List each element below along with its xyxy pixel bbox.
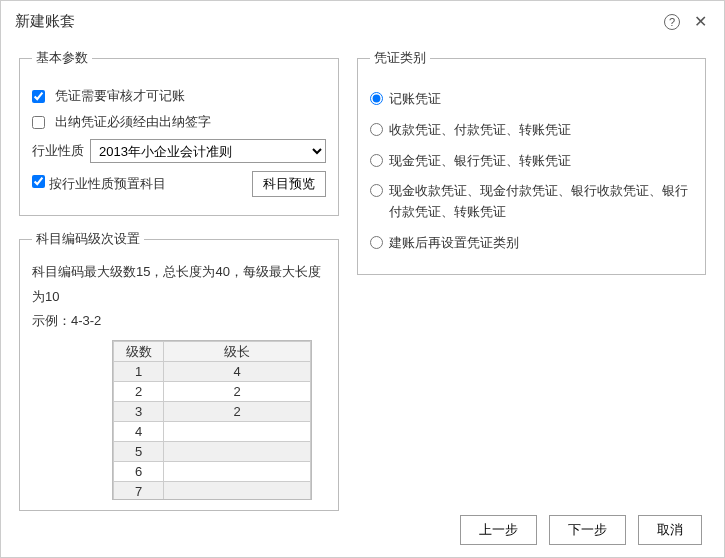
col-length: 级长 xyxy=(164,342,311,362)
dialog-title: 新建账套 xyxy=(15,12,654,31)
table-row: 32 xyxy=(114,402,311,422)
close-icon[interactable]: ✕ xyxy=(690,12,710,31)
preset-checkbox[interactable] xyxy=(32,175,45,188)
voucher-option: 收款凭证、付款凭证、转账凭证 xyxy=(370,120,693,141)
table-row: 22 xyxy=(114,382,311,402)
encode-table: 级数 级长 14223245678 xyxy=(113,341,311,500)
subject-preview-button[interactable]: 科目预览 xyxy=(252,171,326,197)
cashier-checkbox-label[interactable]: 出纳凭证必须经由出纳签字 xyxy=(32,113,211,131)
length-cell[interactable]: 2 xyxy=(164,402,311,422)
table-row: 4 xyxy=(114,422,311,442)
level-cell: 2 xyxy=(114,382,164,402)
preset-checkbox-label[interactable]: 按行业性质预置科目 xyxy=(32,175,166,193)
voucher-option: 记账凭证 xyxy=(370,89,693,110)
encode-legend: 科目编码级次设置 xyxy=(32,230,144,248)
table-row: 7 xyxy=(114,482,311,501)
basic-params-group: 基本参数 凭证需要审核才可记账 出纳凭证必须经由出纳签字 行业性质 xyxy=(19,49,339,216)
dialog-footer: 上一步 下一步 取消 xyxy=(460,515,702,545)
voucher-option: 现金凭证、银行凭证、转账凭证 xyxy=(370,151,693,172)
cancel-button[interactable]: 取消 xyxy=(638,515,702,545)
table-row: 6 xyxy=(114,462,311,482)
audit-text: 凭证需要审核才可记账 xyxy=(55,87,185,105)
length-cell[interactable] xyxy=(164,482,311,501)
voucher-radio[interactable] xyxy=(370,92,383,105)
voucher-radio-label[interactable]: 建账后再设置凭证类别 xyxy=(370,233,693,254)
length-cell[interactable] xyxy=(164,462,311,482)
length-cell[interactable]: 4 xyxy=(164,362,311,382)
voucher-legend: 凭证类别 xyxy=(370,49,430,67)
encode-info-line2: 示例：4-3-2 xyxy=(32,309,326,334)
length-cell[interactable] xyxy=(164,442,311,462)
voucher-radio-label[interactable]: 现金凭证、银行凭证、转账凭证 xyxy=(370,151,693,172)
voucher-radio[interactable] xyxy=(370,236,383,249)
level-cell: 4 xyxy=(114,422,164,442)
cashier-checkbox[interactable] xyxy=(32,116,45,129)
voucher-radio[interactable] xyxy=(370,184,383,197)
level-cell: 3 xyxy=(114,402,164,422)
voucher-option-text: 收款凭证、付款凭证、转账凭证 xyxy=(389,120,571,141)
voucher-option: 建账后再设置凭证类别 xyxy=(370,233,693,254)
length-cell[interactable]: 2 xyxy=(164,382,311,402)
col-level: 级数 xyxy=(114,342,164,362)
help-icon[interactable]: ? xyxy=(662,12,682,31)
voucher-radio-label[interactable]: 记账凭证 xyxy=(370,89,693,110)
level-cell: 5 xyxy=(114,442,164,462)
audit-checkbox-label[interactable]: 凭证需要审核才可记账 xyxy=(32,87,185,105)
voucher-radio-label[interactable]: 收款凭证、付款凭证、转账凭证 xyxy=(370,120,693,141)
voucher-radio[interactable] xyxy=(370,154,383,167)
voucher-radio-label[interactable]: 现金收款凭证、现金付款凭证、银行收款凭证、银行付款凭证、转账凭证 xyxy=(370,181,693,223)
encode-level-group: 科目编码级次设置 科目编码最大级数15，总长度为40，每级最大长度为10 示例：… xyxy=(19,230,339,511)
level-cell: 1 xyxy=(114,362,164,382)
voucher-option-text: 现金收款凭证、现金付款凭证、银行收款凭证、银行付款凭证、转账凭证 xyxy=(389,181,693,223)
length-cell[interactable] xyxy=(164,422,311,442)
voucher-option: 现金收款凭证、现金付款凭证、银行收款凭证、银行付款凭证、转账凭证 xyxy=(370,181,693,223)
industry-label: 行业性质 xyxy=(32,142,84,160)
titlebar: 新建账套 ? ✕ xyxy=(1,1,724,41)
dialog-new-account-set: 新建账套 ? ✕ 基本参数 凭证需要审核才可记账 出纳凭证必须经由出纳签字 xyxy=(0,0,725,558)
prev-button[interactable]: 上一步 xyxy=(460,515,537,545)
level-cell: 6 xyxy=(114,462,164,482)
table-row: 5 xyxy=(114,442,311,462)
encode-table-scroll[interactable]: 级数 级长 14223245678 xyxy=(112,340,312,500)
next-button[interactable]: 下一步 xyxy=(549,515,626,545)
level-cell: 7 xyxy=(114,482,164,501)
industry-select[interactable]: 2013年小企业会计准则 xyxy=(90,139,326,163)
voucher-option-text: 现金凭证、银行凭证、转账凭证 xyxy=(389,151,571,172)
encode-info-line1: 科目编码最大级数15，总长度为40，每级最大长度为10 xyxy=(32,260,326,309)
cashier-text: 出纳凭证必须经由出纳签字 xyxy=(55,113,211,131)
voucher-option-text: 建账后再设置凭证类别 xyxy=(389,233,519,254)
table-row: 14 xyxy=(114,362,311,382)
preset-text: 按行业性质预置科目 xyxy=(49,176,166,191)
voucher-radio[interactable] xyxy=(370,123,383,136)
audit-checkbox[interactable] xyxy=(32,90,45,103)
voucher-option-text: 记账凭证 xyxy=(389,89,441,110)
voucher-type-group: 凭证类别 记账凭证收款凭证、付款凭证、转账凭证现金凭证、银行凭证、转账凭证现金收… xyxy=(357,49,706,275)
basic-params-legend: 基本参数 xyxy=(32,49,92,67)
